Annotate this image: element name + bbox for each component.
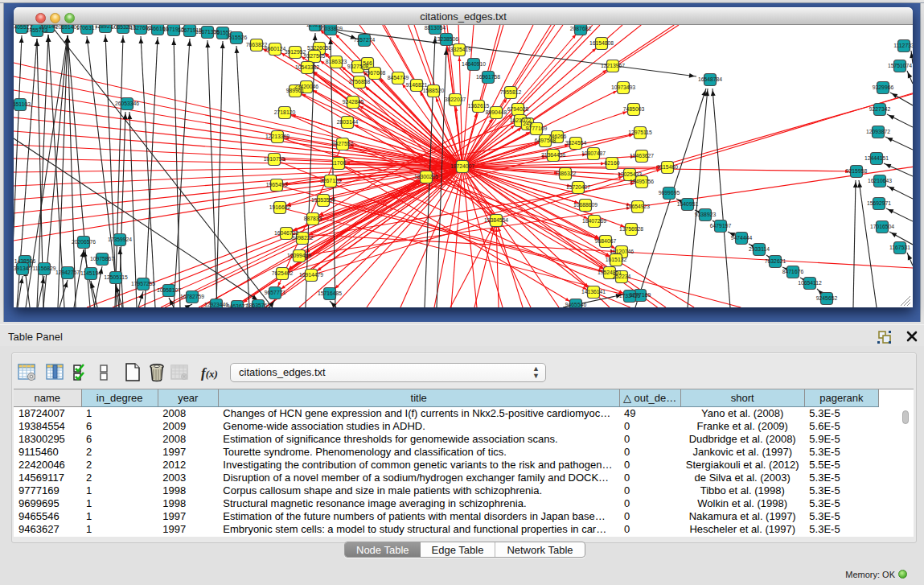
svg-text:11156829: 11156829 (32, 266, 55, 271)
svg-text:9474444: 9474444 (731, 235, 753, 241)
svg-text:16099489: 16099489 (287, 253, 311, 258)
svg-text:9245652: 9245652 (816, 295, 838, 301)
svg-text:21364436: 21364436 (541, 152, 565, 158)
svg-text:1615132: 1615132 (606, 257, 627, 262)
svg-text:14640910: 14640910 (462, 61, 486, 67)
svg-text:7632621: 7632621 (765, 258, 786, 264)
svg-text:1438506: 1438506 (14, 258, 36, 264)
svg-text:391347: 391347 (14, 266, 32, 271)
svg-text:9146821: 9146821 (406, 82, 428, 88)
svg-text:7625402: 7625402 (272, 270, 294, 276)
svg-text:1916682: 1916682 (269, 204, 291, 210)
svg-text:20206576: 20206576 (72, 239, 96, 245)
svg-text:1640951: 1640951 (677, 201, 699, 207)
svg-text:6497508: 6497508 (535, 138, 556, 143)
svg-text:3267110: 3267110 (320, 178, 341, 183)
svg-text:12213369: 12213369 (265, 134, 290, 139)
svg-text:13325419: 13325419 (447, 47, 471, 52)
svg-text:9215958: 9215958 (846, 168, 868, 174)
svg-text:12942757: 12942757 (55, 270, 80, 275)
svg-text:16961758: 16961758 (476, 74, 500, 80)
svg-text:2967608: 2967608 (364, 70, 386, 76)
svg-text:17016504: 17016504 (870, 224, 894, 229)
svg-text:1651103: 1651103 (14, 101, 31, 107)
svg-text:8454749: 8454749 (388, 75, 409, 80)
svg-text:9465546: 9465546 (565, 302, 587, 307)
svg-text:9777169: 9777169 (526, 126, 548, 131)
svg-text:12923446: 12923446 (204, 302, 228, 307)
svg-text:10543382: 10543382 (295, 64, 319, 70)
svg-text:9427552: 9427552 (332, 141, 354, 146)
svg-text:16548784: 16548784 (698, 76, 722, 82)
svg-text:17359924: 17359924 (108, 237, 132, 242)
svg-text:12093872: 12093872 (866, 129, 890, 134)
svg-text:19384554: 19384554 (484, 217, 508, 223)
svg-text:9327505: 9327505 (304, 53, 326, 59)
svg-text:10688609: 10688609 (573, 202, 598, 208)
svg-text:9338923: 9338923 (695, 212, 717, 217)
svg-text:53226058: 53226058 (307, 45, 331, 51)
svg-text:13756928: 13756928 (619, 226, 643, 232)
svg-text:12975115: 12975115 (628, 130, 652, 135)
svg-text:887833: 887833 (304, 216, 322, 221)
svg-text:8990448: 8990448 (486, 109, 507, 115)
svg-text:7485003: 7485003 (623, 106, 645, 112)
svg-text:9657771: 9657771 (265, 290, 286, 295)
svg-text:3756858: 3756858 (349, 79, 371, 84)
svg-text:1965493: 1965493 (266, 182, 288, 187)
svg-text:9463627: 9463627 (227, 303, 248, 307)
svg-text:8471676: 8471676 (782, 269, 804, 274)
svg-text:989961: 989961 (286, 88, 305, 93)
svg-text:8186323: 8186323 (326, 59, 347, 64)
svg-text:16782759: 16782759 (180, 294, 204, 299)
svg-text:10025433: 10025433 (618, 171, 642, 177)
svg-text:10654112: 10654112 (798, 280, 822, 286)
svg-text:18300295: 18300295 (414, 174, 438, 179)
svg-text:1588520: 1588520 (423, 88, 445, 93)
svg-text:17957255: 17957255 (131, 281, 155, 286)
svg-text:18463627: 18463627 (630, 153, 654, 159)
svg-text:3824554: 3824554 (565, 140, 587, 146)
svg-text:13238506: 13238506 (434, 36, 458, 42)
svg-text:2803144: 2803144 (337, 119, 359, 125)
svg-text:9242845: 9242845 (343, 99, 364, 105)
svg-text:18407269: 18407269 (582, 218, 606, 224)
svg-text:15692971: 15692971 (867, 200, 891, 206)
svg-text:7955812: 7955812 (500, 89, 522, 95)
svg-text:11700: 11700 (331, 160, 347, 166)
svg-text:10958107: 10958107 (157, 287, 181, 293)
svg-text:3498222: 3498222 (292, 235, 314, 241)
svg-text:252234: 252234 (613, 274, 631, 279)
svg-text:12444151: 12444151 (864, 155, 889, 161)
svg-text:1362615: 1362615 (468, 103, 490, 109)
svg-text:12505115: 12505115 (104, 274, 128, 280)
svg-text:9699695: 9699695 (659, 190, 680, 196)
svg-text:2933114: 2933114 (749, 246, 770, 252)
svg-text:9227342: 9227342 (869, 106, 891, 112)
svg-text:7515526: 7515526 (226, 35, 248, 40)
svg-text:1010755: 1010755 (264, 156, 285, 162)
svg-text:2087682: 2087682 (570, 26, 592, 31)
svg-text:3822037: 3822037 (445, 97, 466, 102)
svg-text:10807487: 10807487 (581, 150, 606, 156)
svg-text:14136141: 14136141 (581, 289, 606, 295)
svg-text:3912952: 3912952 (285, 49, 306, 55)
svg-text:546: 546 (363, 60, 372, 66)
svg-text:8813054: 8813054 (425, 25, 446, 31)
svg-text:9329966: 9329966 (873, 84, 894, 90)
svg-text:18724007: 18724007 (450, 163, 474, 169)
svg-text:10973493: 10973493 (611, 84, 635, 90)
svg-text:9115460: 9115460 (657, 164, 678, 170)
svg-text:16914479: 16914479 (299, 272, 323, 278)
svg-text:1112733: 1112733 (893, 43, 913, 48)
svg-text:10975867: 10975867 (90, 256, 114, 262)
svg-text:16033809: 16033809 (318, 26, 343, 31)
svg-text:1145194: 1145194 (80, 270, 101, 276)
svg-text:2718120: 2718120 (274, 109, 296, 115)
svg-text:6479197: 6479197 (710, 223, 732, 229)
svg-text:1733426: 1733426 (619, 293, 641, 299)
svg-text:62160: 62160 (605, 160, 620, 166)
svg-text:15720407: 15720407 (566, 184, 590, 190)
svg-text:6794028: 6794028 (507, 106, 529, 112)
svg-text:15716485: 15716485 (318, 290, 342, 296)
